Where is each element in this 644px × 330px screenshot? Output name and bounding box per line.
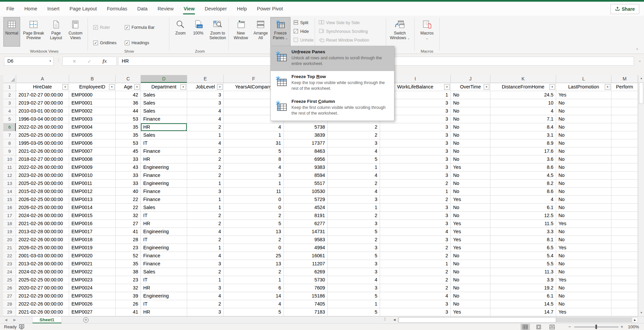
cell-A11[interactable]: 2022-02-26 00:00:00: [16, 163, 69, 172]
row-header-5[interactable]: 5: [3, 115, 16, 123]
cell-J23[interactable]: No: [451, 260, 490, 268]
cell-B22[interactable]: EMP0020: [69, 252, 116, 260]
cell-K20[interactable]: 8.1: [490, 236, 556, 244]
cell-A5[interactable]: 1996-03-04 00:00:00: [16, 115, 69, 123]
cell-F21[interactable]: 0: [224, 244, 284, 252]
cell-G7[interactable]: 3839: [284, 131, 328, 139]
row-header-7[interactable]: 7: [3, 131, 16, 139]
cell-G10[interactable]: 6956: [284, 155, 328, 163]
cell-E8[interactable]: 4: [187, 139, 224, 147]
cell-E6[interactable]: 2: [187, 123, 224, 131]
cell-I23[interactable]: 1: [380, 260, 451, 268]
cell-K10[interactable]: 3.6: [490, 155, 556, 163]
cell-J3[interactable]: No: [451, 99, 490, 107]
normal-view-shortcut[interactable]: [521, 324, 530, 330]
cell-K6[interactable]: 8.4: [490, 123, 556, 131]
cell-D11[interactable]: Engineering: [141, 163, 187, 172]
cell-A28[interactable]: 2022-02-26 00:00:00: [16, 300, 69, 308]
cell-E25[interactable]: 1: [187, 276, 224, 284]
column-header-K[interactable]: K: [490, 75, 556, 83]
header-cell-L1[interactable]: LastPromotion▾: [556, 83, 611, 91]
cell-F8[interactable]: 31: [224, 139, 284, 147]
cell-F13[interactable]: 1: [224, 180, 284, 188]
cell-G18[interactable]: 6277: [284, 220, 328, 228]
cell-F19[interactable]: 13: [224, 228, 284, 236]
cell-L6[interactable]: No: [556, 123, 611, 131]
cell-G25[interactable]: 5730: [284, 276, 328, 284]
cell-I12[interactable]: 3: [380, 172, 451, 180]
cell-E4[interactable]: 4: [187, 107, 224, 115]
cell-J21[interactable]: Yes: [451, 244, 490, 252]
cell-J16[interactable]: No: [451, 204, 490, 212]
cell-C2[interactable]: 42: [116, 91, 141, 99]
cell-M28[interactable]: [611, 300, 638, 308]
cell-K17[interactable]: 12.5: [490, 212, 556, 220]
cell-M25[interactable]: [611, 276, 638, 284]
cell-G6[interactable]: 5738: [284, 123, 328, 131]
cell-L23[interactable]: No: [556, 260, 611, 268]
cell-C19[interactable]: 41: [116, 228, 141, 236]
cell-G24[interactable]: 6269: [284, 268, 328, 276]
cell-I24[interactable]: 2: [380, 268, 451, 276]
cell-H6[interactable]: 2: [328, 123, 380, 131]
header-cell-A1[interactable]: HireDate▾: [16, 83, 69, 91]
cell-I17[interactable]: 3: [380, 212, 451, 220]
cell-M21[interactable]: [611, 244, 638, 252]
next-sheet-icon[interactable]: ▶: [13, 317, 16, 323]
filter-button[interactable]: ▾: [109, 84, 115, 90]
cell-B28[interactable]: EMP0026: [69, 300, 116, 308]
cell-C24[interactable]: 38: [116, 268, 141, 276]
cell-K22[interactable]: 5.4: [490, 252, 556, 260]
cell-H12[interactable]: 4: [328, 172, 380, 180]
cell-A20[interactable]: 2022-02-26 00:00:00: [16, 236, 69, 244]
column-header-M[interactable]: M: [611, 75, 638, 83]
cell-K29[interactable]: 14.7: [490, 308, 556, 316]
cell-D16[interactable]: Sales: [141, 204, 187, 212]
ruler-checkbox[interactable]: ✓ Ruler: [93, 24, 110, 30]
cell-D19[interactable]: Engineering: [141, 228, 187, 236]
row-header-22[interactable]: 22: [3, 252, 16, 260]
cell-M22[interactable]: [611, 252, 638, 260]
cell-B10[interactable]: EMP0008: [69, 155, 116, 163]
cell-E3[interactable]: 3: [187, 99, 224, 107]
cell-A27[interactable]: 2012-02-29 00:00:00: [16, 292, 69, 300]
scroll-left-icon[interactable]: ◀: [391, 317, 398, 323]
cell-G23[interactable]: 11207: [284, 260, 328, 268]
cell-B3[interactable]: EMP0001: [69, 99, 116, 107]
cell-I7[interactable]: 3: [380, 131, 451, 139]
row-header-21[interactable]: 21: [3, 244, 16, 252]
cell-C14[interactable]: 40: [116, 188, 141, 196]
cell-K12[interactable]: 4.5: [490, 172, 556, 180]
cell-F16[interactable]: 0: [224, 204, 284, 212]
accessibility-checker-icon[interactable]: [19, 324, 25, 330]
cell-E26[interactable]: 3: [187, 284, 224, 292]
cell-M24[interactable]: [611, 268, 638, 276]
cell-J22[interactable]: No: [451, 252, 490, 260]
filter-button[interactable]: ▾: [134, 84, 140, 90]
row-header-13[interactable]: 13: [3, 180, 16, 188]
insert-function-icon[interactable]: fx: [103, 58, 107, 64]
cell-B29[interactable]: EMP0027: [69, 308, 116, 316]
cell-A21[interactable]: 2026-02-25 00:00:00: [16, 244, 69, 252]
cell-J9[interactable]: No: [451, 147, 490, 155]
row-header-2[interactable]: 2: [3, 91, 16, 99]
cell-G13[interactable]: 5517: [284, 180, 328, 188]
prev-sheet-icon[interactable]: ◀: [5, 317, 7, 323]
freeze-panes-button[interactable]: Freeze Panes ⌄: [270, 17, 290, 47]
cell-L28[interactable]: No: [556, 300, 611, 308]
row-header-29[interactable]: 29: [3, 308, 16, 316]
row-header-28[interactable]: 28: [3, 300, 16, 308]
cell-J27[interactable]: No: [451, 292, 490, 300]
new-window-button[interactable]: New Window: [231, 17, 250, 47]
cell-A18[interactable]: 2021-02-26 00:00:00: [16, 220, 69, 228]
cell-E28[interactable]: 2: [187, 300, 224, 308]
row-header-15[interactable]: 15: [3, 196, 16, 204]
cell-I27[interactable]: 4: [380, 292, 451, 300]
cell-L18[interactable]: Yes: [556, 220, 611, 228]
cell-L13[interactable]: No: [556, 180, 611, 188]
cell-B2[interactable]: EMP0000: [69, 91, 116, 99]
cell-H29[interactable]: 5: [328, 308, 380, 316]
cell-L14[interactable]: No: [556, 188, 611, 196]
cell-C28[interactable]: 26: [116, 300, 141, 308]
cell-E19[interactable]: 4: [187, 228, 224, 236]
